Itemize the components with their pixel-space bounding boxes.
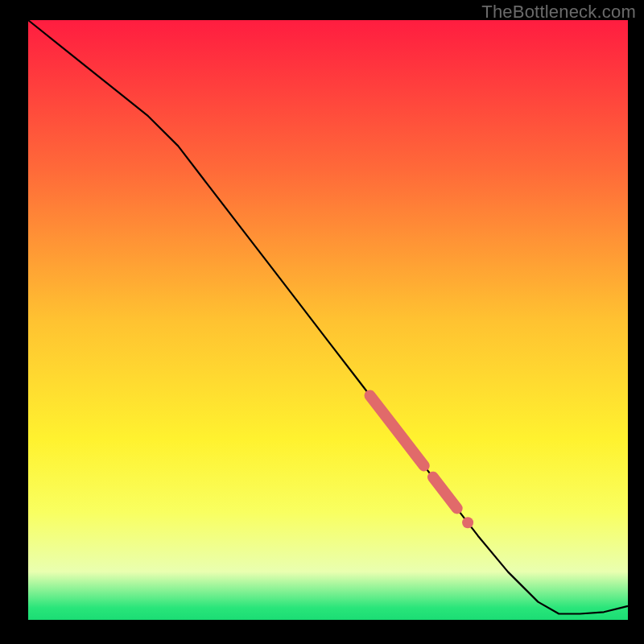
chart-frame: TheBottleneck.com xyxy=(0,0,644,644)
plot-area xyxy=(28,20,628,620)
watermark-text: TheBottleneck.com xyxy=(481,2,636,23)
